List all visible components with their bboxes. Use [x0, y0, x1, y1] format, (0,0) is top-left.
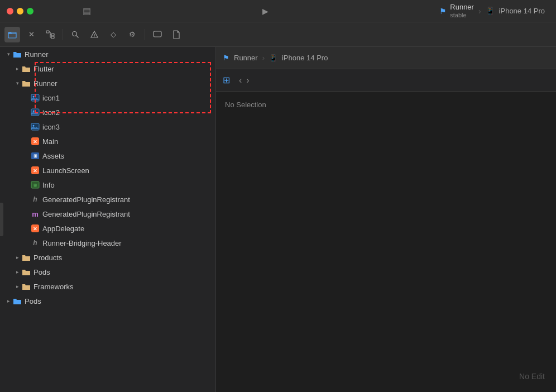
- diamond-toolbar-btn[interactable]: ◇: [106, 27, 121, 42]
- svg-rect-13: [31, 94, 39, 101]
- item-label-products: Products: [33, 254, 62, 262]
- right-toolbar: ⊞ ‹ ›: [216, 69, 556, 92]
- maximize-button[interactable]: [27, 8, 33, 15]
- hierarchy-toolbar-btn[interactable]: [42, 27, 58, 42]
- device-breadcrumb-icon: 📱: [269, 54, 277, 62]
- tree-item-runner-root[interactable]: Runner: [0, 47, 215, 61]
- folder-toolbar-btn[interactable]: [4, 27, 20, 42]
- close-button[interactable]: [7, 8, 13, 15]
- tree-item-products[interactable]: Products: [0, 250, 215, 265]
- item-icon-icon2: [30, 107, 40, 117]
- gear-toolbar-btn[interactable]: ⚙: [124, 27, 140, 42]
- item-icon-icon3: [30, 122, 40, 132]
- item-label-generatedplugin-h: GeneratedPluginRegistrant: [42, 195, 130, 204]
- tree-item-icon3[interactable]: icon3: [0, 119, 215, 134]
- toolbar-separator-2: [145, 29, 145, 40]
- item-label-runner-root: Runner: [25, 50, 49, 59]
- item-icon-bridging-header: h: [30, 238, 40, 248]
- item-label-icon3: icon3: [42, 123, 60, 131]
- tree-item-assets[interactable]: ⊞Assets: [0, 149, 215, 163]
- tree-item-frameworks[interactable]: Frameworks: [0, 279, 215, 294]
- play-button[interactable]: ▶: [259, 5, 271, 17]
- right-header: ⚑ Runner › 📱 iPhone 14 Pro: [216, 47, 556, 69]
- tree-item-launchscreen[interactable]: ✕LaunchScreen: [0, 163, 215, 178]
- right-content: No Selection No Edit: [216, 92, 556, 392]
- svg-text:✕: ✕: [33, 226, 37, 232]
- right-panel: ⚑ Runner › 📱 iPhone 14 Pro ⊞ ‹ › No Sele…: [216, 47, 556, 392]
- item-icon-pods2: [12, 296, 22, 306]
- tree-container: RunnerFlutterRunnericon1icon2icon3✕Main⊞…: [0, 47, 215, 308]
- close-toolbar-btn[interactable]: ✕: [23, 27, 39, 42]
- bubble-toolbar-btn[interactable]: [150, 27, 165, 42]
- item-icon-runner-root: [12, 49, 22, 59]
- prev-btn[interactable]: ‹: [239, 75, 242, 85]
- next-btn[interactable]: ›: [246, 75, 249, 85]
- minimize-button[interactable]: [17, 8, 23, 15]
- item-label-main: Main: [42, 137, 58, 146]
- svg-text:⊞: ⊞: [33, 154, 37, 159]
- runner-status: stable: [450, 12, 474, 19]
- chevron-runner-root: [4, 50, 12, 58]
- doc-toolbar-btn[interactable]: [169, 27, 184, 42]
- svg-rect-3: [51, 36, 54, 39]
- layout-icon: ▤: [83, 6, 91, 16]
- no-editor-text: No Edit: [519, 372, 545, 381]
- tree-item-pods2[interactable]: Pods: [0, 294, 215, 308]
- chevron-pods: [13, 268, 21, 276]
- toolbar: ✕ ◇ ⚙: [0, 22, 556, 47]
- svg-line-9: [76, 35, 79, 37]
- warning-toolbar-btn[interactable]: [87, 27, 102, 42]
- item-icon-products: [21, 252, 31, 262]
- item-label-pods: Pods: [33, 268, 50, 276]
- item-icon-main: ✕: [30, 136, 40, 146]
- device-breadcrumb-name: iPhone 14 Pro: [282, 54, 328, 62]
- svg-point-11: [94, 36, 95, 37]
- item-label-runner-group: Runner: [33, 79, 57, 88]
- tree-item-icon2[interactable]: icon2: [0, 105, 215, 119]
- breadcrumb-separator: ›: [478, 7, 481, 16]
- item-label-info: Info: [42, 181, 55, 189]
- svg-rect-17: [31, 123, 39, 130]
- chevron-products: [13, 254, 21, 261]
- chevron-pods2: [4, 297, 12, 305]
- search-toolbar-btn[interactable]: [68, 27, 83, 42]
- tree-item-flutter[interactable]: Flutter: [0, 61, 215, 76]
- tree-item-pods[interactable]: Pods: [0, 265, 215, 279]
- tree-item-generatedplugin-m[interactable]: mGeneratedPluginRegistrant: [0, 207, 215, 221]
- item-icon-icon1: [30, 93, 40, 103]
- item-label-appdelegate: AppDelegate: [42, 224, 84, 233]
- main-layout: RunnerFlutterRunnericon1icon2icon3✕Main⊞…: [0, 47, 556, 392]
- traffic-lights: [7, 8, 33, 15]
- item-icon-info: ⊞: [30, 180, 40, 190]
- svg-text:⊞: ⊞: [33, 183, 37, 187]
- toolbar-separator-1: [63, 29, 63, 40]
- item-label-launchscreen: LaunchScreen: [42, 166, 89, 175]
- chevron-runner-group: [13, 79, 21, 87]
- tree-item-generatedplugin-h[interactable]: hGeneratedPluginRegistrant: [0, 192, 215, 207]
- runner-icon: ⚑: [439, 7, 447, 16]
- tree-item-bridging-header[interactable]: hRunner-Bridging-Header: [0, 236, 215, 250]
- item-label-icon2: icon2: [42, 108, 60, 117]
- item-label-icon1: icon1: [42, 94, 60, 102]
- item-label-pods2: Pods: [25, 297, 41, 305]
- item-label-assets: Assets: [42, 152, 64, 160]
- item-icon-runner-group: [21, 78, 31, 88]
- runner-breadcrumb: Runner: [234, 54, 258, 62]
- grid-view-btn[interactable]: ⊞: [223, 75, 230, 85]
- item-label-flutter: Flutter: [33, 65, 54, 73]
- svg-text:✕: ✕: [33, 139, 37, 145]
- chevron-flutter: [13, 65, 21, 73]
- title-bar-center: ▶: [95, 5, 435, 17]
- item-icon-generatedplugin-h: h: [30, 194, 40, 204]
- tree-item-info[interactable]: ⊞Info: [0, 178, 215, 192]
- chevron-frameworks: [13, 283, 21, 290]
- no-selection-text: No Selection: [216, 92, 556, 118]
- runner-header-icon: ⚑: [223, 54, 229, 62]
- tree-item-runner-group[interactable]: Runner: [0, 76, 215, 90]
- tree-item-appdelegate[interactable]: ✕AppDelegate: [0, 221, 215, 236]
- tree-item-main[interactable]: ✕Main: [0, 134, 215, 149]
- title-bar: ▤ ▶ ⚑ Runner stable › 📱 iPhone 14 Pro: [0, 0, 556, 22]
- tree-item-icon1[interactable]: icon1: [0, 90, 215, 105]
- svg-text:✕: ✕: [33, 168, 37, 174]
- item-icon-flutter: [21, 64, 31, 74]
